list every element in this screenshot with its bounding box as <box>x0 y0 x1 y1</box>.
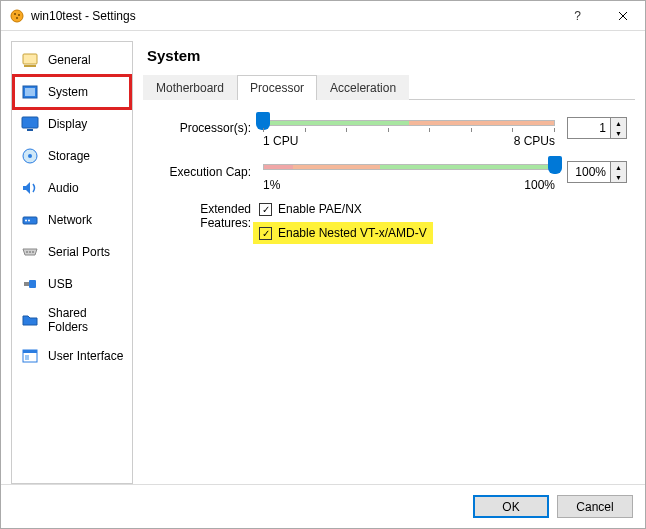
tab-processor[interactable]: Processor <box>237 75 317 100</box>
svg-rect-8 <box>22 117 38 128</box>
sidebar-item-serial-ports[interactable]: Serial Ports <box>14 236 130 268</box>
audio-icon <box>20 178 40 198</box>
svg-rect-18 <box>24 282 29 286</box>
checkbox-icon: ✓ <box>259 227 272 240</box>
svg-rect-21 <box>23 350 37 353</box>
svg-rect-7 <box>25 88 35 96</box>
sidebar-item-storage[interactable]: Storage <box>14 140 130 172</box>
sidebar-label: Storage <box>48 149 90 163</box>
svg-rect-22 <box>25 355 29 360</box>
svg-point-15 <box>26 251 28 253</box>
folder-icon <box>20 310 40 330</box>
processors-max: 8 CPUs <box>514 134 555 148</box>
svg-rect-9 <box>27 129 33 131</box>
sidebar-label: General <box>48 53 91 67</box>
sidebar-item-audio[interactable]: Audio <box>14 172 130 204</box>
sidebar-label: Display <box>48 117 87 131</box>
exec-cap-spinbox[interactable]: ▲▼ <box>567 161 627 183</box>
spin-down[interactable]: ▼ <box>611 172 626 182</box>
svg-point-14 <box>28 220 30 222</box>
pae-label: Enable PAE/NX <box>278 202 362 216</box>
spin-up[interactable]: ▲ <box>611 118 626 128</box>
display-icon <box>20 114 40 134</box>
svg-rect-5 <box>24 65 36 67</box>
svg-point-1 <box>14 13 16 15</box>
network-icon <box>20 210 40 230</box>
sidebar-item-general[interactable]: General <box>14 44 130 76</box>
sidebar-item-usb[interactable]: USB <box>14 268 130 300</box>
sidebar-item-display[interactable]: Display <box>14 108 130 140</box>
sidebar-item-system[interactable]: System <box>14 76 130 108</box>
sidebar-item-network[interactable]: Network <box>14 204 130 236</box>
tab-panel-processor: Processor(s): 1 CPU 8 CPUs <box>141 100 635 258</box>
nested-vtx-checkbox-row[interactable]: ✓ Enable Nested VT-x/AMD-V <box>253 222 433 244</box>
window-title: win10test - Settings <box>31 9 555 23</box>
svg-point-3 <box>16 17 18 19</box>
tabs: Motherboard Processor Acceleration <box>143 74 635 100</box>
ui-icon <box>20 346 40 366</box>
svg-point-16 <box>29 251 31 253</box>
sidebar-label: USB <box>48 277 73 291</box>
exec-cap-min: 1% <box>263 178 280 192</box>
processors-spinbox[interactable]: ▲▼ <box>567 117 627 139</box>
dialog-footer: OK Cancel <box>1 484 645 528</box>
svg-point-17 <box>32 251 34 253</box>
svg-point-11 <box>28 154 32 158</box>
svg-rect-19 <box>29 280 36 288</box>
storage-icon <box>20 146 40 166</box>
sidebar-item-user-interface[interactable]: User Interface <box>14 340 130 372</box>
processors-input[interactable] <box>568 118 610 138</box>
sidebar-label: Audio <box>48 181 79 195</box>
processors-min: 1 CPU <box>263 134 298 148</box>
sidebar-label: Serial Ports <box>48 245 110 259</box>
tab-motherboard[interactable]: Motherboard <box>143 75 237 100</box>
extended-features-label: Extended Features: <box>149 202 259 230</box>
processors-slider[interactable]: 1 CPU 8 CPUs <box>259 114 559 142</box>
main-panel: System Motherboard Processor Acceleratio… <box>141 41 635 484</box>
help-button[interactable]: ? <box>555 1 600 30</box>
svg-point-2 <box>18 14 20 16</box>
general-icon <box>20 50 40 70</box>
settings-window: win10test - Settings ? General System Di… <box>0 0 646 529</box>
exec-cap-label: Execution Cap: <box>149 165 259 179</box>
spin-down[interactable]: ▼ <box>611 128 626 138</box>
exec-cap-max: 100% <box>524 178 555 192</box>
tab-acceleration[interactable]: Acceleration <box>317 75 409 100</box>
processors-label: Processor(s): <box>149 121 259 135</box>
sidebar-item-shared-folders[interactable]: Shared Folders <box>14 300 130 340</box>
app-icon <box>9 8 25 24</box>
sidebar-label: User Interface <box>48 349 123 363</box>
usb-icon <box>20 274 40 294</box>
svg-point-0 <box>11 10 23 22</box>
sidebar-label: System <box>48 85 88 99</box>
spin-up[interactable]: ▲ <box>611 162 626 172</box>
sidebar-label: Network <box>48 213 92 227</box>
system-icon <box>20 82 40 102</box>
cancel-button[interactable]: Cancel <box>557 495 633 518</box>
svg-point-13 <box>25 220 27 222</box>
exec-cap-input[interactable] <box>568 162 610 182</box>
checkbox-icon: ✓ <box>259 203 272 216</box>
category-sidebar: General System Display Storage Audio Net… <box>11 41 133 484</box>
pae-checkbox-row[interactable]: ✓ Enable PAE/NX <box>259 202 627 216</box>
serial-icon <box>20 242 40 262</box>
page-heading: System <box>147 47 635 64</box>
titlebar: win10test - Settings ? <box>1 1 645 31</box>
close-button[interactable] <box>600 1 645 30</box>
exec-cap-slider[interactable]: 1% 100% <box>259 158 559 186</box>
ok-button[interactable]: OK <box>473 495 549 518</box>
sidebar-label: Shared Folders <box>48 306 124 334</box>
nested-vtx-label: Enable Nested VT-x/AMD-V <box>278 226 427 240</box>
svg-rect-4 <box>23 54 37 64</box>
